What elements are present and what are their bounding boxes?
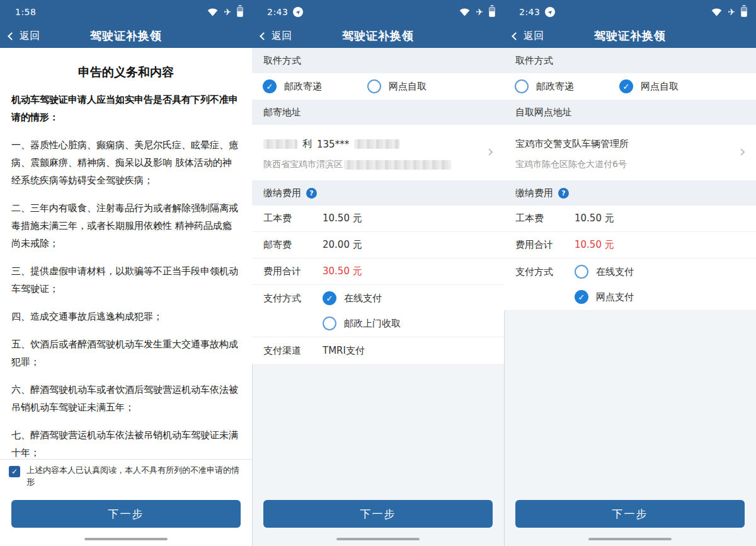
pickup-options-row: ✓ 邮政寄递 ✓ 网点自取 bbox=[252, 73, 504, 100]
declaration-item-7: 七、醉酒驾驶营运机动车依法被吊销机动车驾驶证未满十年； bbox=[11, 426, 241, 459]
option-postal-door-collection[interactable]: ✓ 邮政上门收取 bbox=[323, 317, 401, 330]
radio-postal-delivery[interactable]: ✓ bbox=[263, 79, 277, 93]
airplane-mode-icon: ✈ bbox=[728, 8, 735, 16]
back-button[interactable]: 返回 bbox=[252, 30, 292, 43]
back-label: 返回 bbox=[20, 30, 40, 43]
section-mail-address: 邮寄地址 bbox=[252, 100, 504, 125]
wifi-icon bbox=[711, 8, 722, 16]
agreement-text: 上述内容本人已认真阅读，本人不具有所列的不准申请的情形 bbox=[26, 465, 243, 496]
chevron-left-icon bbox=[260, 32, 268, 40]
section-label: 缴纳费用 bbox=[263, 187, 301, 199]
check-icon: ✓ bbox=[11, 468, 18, 475]
back-button[interactable]: 返回 bbox=[0, 30, 40, 43]
fee-value: 20.00 元 bbox=[323, 239, 362, 251]
declaration-item-4: 四、造成交通事故后逃逸构成犯罪； bbox=[11, 308, 241, 325]
option-online-payment[interactable]: ✓ 在线支付 bbox=[323, 291, 401, 305]
status-time: 2:43 bbox=[267, 7, 288, 17]
payment-method-row: 支付方式 ✓ 在线支付 ✓ 邮政上门收取 bbox=[252, 285, 504, 337]
declaration-item-5: 五、饮酒后或者醉酒驾驶机动车发生重大交通事故构成犯罪； bbox=[11, 335, 241, 371]
radio-branch-pickup[interactable]: ✓ bbox=[367, 79, 381, 93]
home-indicator[interactable] bbox=[336, 538, 420, 540]
option-postal-delivery[interactable]: ✓ 邮政寄递 bbox=[263, 79, 322, 93]
location-icon: ➤ bbox=[293, 7, 303, 17]
check-icon: ✓ bbox=[371, 83, 378, 91]
option-label: 网点支付 bbox=[596, 291, 634, 303]
declaration-document[interactable]: 申告的义务和内容 机动车驾驶证申请人应当如实申告是否具有下列不准申请的情形： 一… bbox=[0, 48, 252, 459]
radio-branch-payment[interactable]: ✓ bbox=[575, 290, 588, 304]
radio-postal-delivery[interactable]: ✓ bbox=[515, 79, 529, 93]
check-icon: ✓ bbox=[326, 294, 333, 303]
section-label: 取件方式 bbox=[263, 55, 301, 67]
mail-address-card[interactable]: 利 135*** 陕西省宝鸡市渭滨区 › bbox=[252, 125, 504, 180]
radio-postal-door-collection[interactable]: ✓ bbox=[323, 317, 336, 330]
home-indicator[interactable] bbox=[588, 538, 672, 540]
next-step-button[interactable]: 下一步 bbox=[11, 500, 241, 528]
chevron-right-icon: › bbox=[488, 143, 494, 160]
radio-online-payment[interactable]: ✓ bbox=[323, 291, 336, 305]
section-label: 邮寄地址 bbox=[263, 107, 301, 119]
screen-declaration: 1:58 ✈ 返回 驾驶证补换领 申告的义务和内容 机动车驾驶证申请人应当如实申… bbox=[0, 0, 252, 546]
check-icon: ✓ bbox=[326, 320, 333, 328]
check-icon: ✓ bbox=[518, 83, 525, 91]
section-label: 自取网点地址 bbox=[515, 107, 572, 119]
declaration-item-6: 六、醉酒驾驶机动车或者饮酒后驾驶营运机动车依法被吊销机动车驾驶证未满五年； bbox=[11, 381, 241, 416]
home-indicator[interactable] bbox=[84, 538, 168, 540]
option-label: 网点自取 bbox=[389, 81, 427, 93]
redacted-phone bbox=[354, 139, 399, 149]
fee-row-cost: 工本费 10.50 元 bbox=[504, 206, 756, 232]
fee-row-postage: 邮寄费 20.00 元 bbox=[252, 232, 504, 258]
radio-branch-pickup[interactable]: ✓ bbox=[619, 79, 633, 93]
payment-label: 支付方式 bbox=[515, 265, 575, 304]
section-pickup-method: 取件方式 bbox=[504, 48, 756, 73]
fee-total-value: 10.50 元 bbox=[575, 239, 614, 251]
triple-screenshot-canvas: 1:58 ✈ 返回 驾驶证补换领 申告的义务和内容 机动车驾驶证申请人应当如实申… bbox=[0, 0, 756, 546]
fee-label: 工本费 bbox=[515, 212, 575, 224]
option-online-payment[interactable]: ✓ 在线支付 bbox=[575, 265, 634, 279]
airplane-mode-icon: ✈ bbox=[224, 8, 231, 16]
option-branch-payment[interactable]: ✓ 网点支付 bbox=[575, 290, 634, 304]
option-label: 网点自取 bbox=[641, 81, 679, 93]
channel-value: TMRI支付 bbox=[323, 345, 365, 357]
nav-bar: 返回 驾驶证补换领 bbox=[252, 24, 504, 48]
chevron-left-icon bbox=[8, 32, 16, 40]
section-fees: 缴纳费用 ? bbox=[252, 180, 504, 206]
address-region: 陕西省宝鸡市渭滨区 bbox=[263, 159, 343, 170]
option-postal-delivery[interactable]: ✓ 邮政寄递 bbox=[515, 79, 574, 93]
fee-label: 费用合计 bbox=[515, 239, 575, 251]
redacted-address bbox=[344, 160, 451, 170]
option-branch-pickup[interactable]: ✓ 网点自取 bbox=[367, 79, 427, 93]
status-bar: 1:58 ✈ bbox=[0, 0, 252, 24]
check-icon: ✓ bbox=[266, 83, 273, 91]
fee-row-total: 费用合计 30.50 元 bbox=[252, 258, 504, 285]
agreement-checkbox[interactable]: ✓ bbox=[9, 466, 20, 477]
check-icon: ✓ bbox=[578, 268, 585, 276]
help-icon[interactable]: ? bbox=[306, 188, 317, 199]
section-label: 取件方式 bbox=[515, 55, 553, 67]
back-label: 返回 bbox=[272, 30, 292, 43]
option-branch-pickup[interactable]: ✓ 网点自取 bbox=[619, 79, 679, 93]
section-fees: 缴纳费用 ? bbox=[504, 180, 756, 206]
help-icon[interactable]: ? bbox=[558, 188, 569, 199]
declaration-item-2: 二、三年内有吸食、注射毒品行为或者解除强制隔离戒毒措施未满三年，或者长期服用依赖… bbox=[11, 199, 241, 252]
redacted-name bbox=[263, 139, 297, 149]
nav-bar: 返回 驾驶证补换领 bbox=[0, 24, 252, 48]
fee-value: 10.50 元 bbox=[575, 212, 614, 224]
back-button[interactable]: 返回 bbox=[504, 30, 544, 43]
section-label: 缴纳费用 bbox=[515, 187, 553, 199]
declaration-item-3: 三、提供虚假申请材料，以欺骗等不正当手段申领机动车驾驶证； bbox=[11, 262, 241, 298]
option-label: 在线支付 bbox=[344, 293, 382, 305]
payment-channel-row: 支付渠道 TMRI支付 bbox=[252, 337, 504, 364]
payment-label: 支付方式 bbox=[263, 291, 323, 330]
next-step-button[interactable]: 下一步 bbox=[263, 500, 493, 528]
fee-label: 邮寄费 bbox=[263, 239, 323, 251]
status-bar: 2:43 ➤ ✈ bbox=[504, 0, 756, 24]
address-line: 陕西省宝鸡市渭滨区 bbox=[263, 159, 476, 170]
pickup-address-card[interactable]: 宝鸡市交警支队车辆管理所 宝鸡市陈仓区陈仓大道付6号 › bbox=[504, 125, 756, 180]
battery-icon bbox=[237, 7, 243, 17]
location-icon: ➤ bbox=[545, 7, 555, 17]
battery-icon bbox=[489, 7, 495, 17]
fee-total-value: 30.50 元 bbox=[323, 265, 362, 277]
option-label: 邮政上门收取 bbox=[344, 318, 401, 330]
radio-online-payment[interactable]: ✓ bbox=[575, 265, 588, 279]
next-step-button[interactable]: 下一步 bbox=[515, 500, 745, 528]
